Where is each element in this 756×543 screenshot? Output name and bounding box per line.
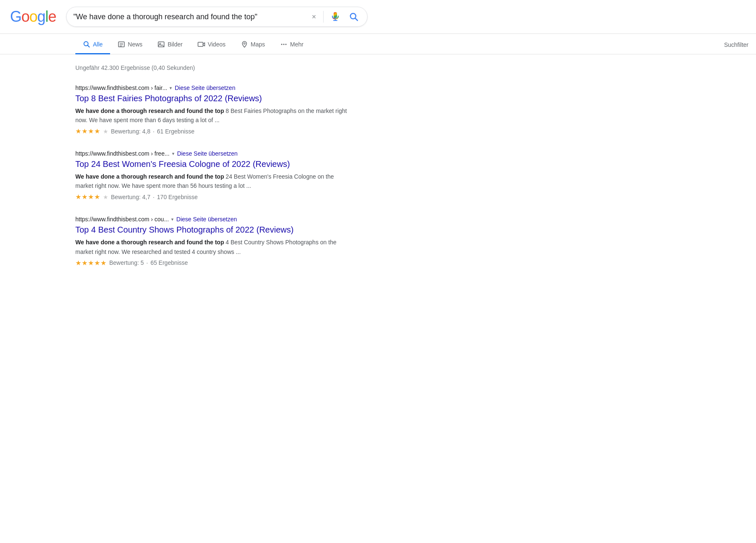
tab-videos[interactable]: Videos [190, 36, 233, 54]
result-stars: ★★★★ [75, 193, 100, 201]
result-dropdown[interactable]: ▾ [172, 151, 175, 156]
svg-point-13 [244, 43, 245, 44]
result-translate-link[interactable]: Diese Seite übersetzen [177, 150, 238, 157]
search-result: https://www.findthisbest.com › free... ▾… [75, 150, 352, 201]
result-rating-dot: · [153, 194, 154, 200]
result-rating-dot: · [153, 128, 154, 135]
results-area: Ungefähr 42.300 Ergebnisse (0,40 Sekunde… [0, 54, 360, 267]
result-title[interactable]: Top 4 Best Country Shows Photographs of … [75, 224, 352, 235]
result-translate-link[interactable]: Diese Seite übersetzen [176, 216, 237, 223]
svg-point-14 [281, 44, 282, 45]
svg-line-5 [88, 46, 90, 47]
result-snippet: We have done a thorough research and fou… [75, 172, 352, 190]
tab-maps[interactable]: Maps [233, 36, 273, 54]
svg-point-11 [159, 43, 161, 44]
result-rating-text: Bewertung: 5 [109, 259, 144, 266]
result-results-count: 65 Ergebnisse [150, 259, 188, 266]
nav-tabs: Alle News Bilder [0, 34, 756, 54]
result-snippet-bold: We have done a thorough research and fou… [75, 239, 224, 246]
result-url: https://www.findthisbest.com › free... [75, 150, 170, 157]
svg-point-16 [285, 44, 286, 45]
news-tab-icon [118, 41, 125, 48]
search-result: https://www.findthisbest.com › cou... ▾ … [75, 216, 352, 266]
tab-maps-label: Maps [251, 41, 265, 48]
clear-button[interactable] [310, 13, 318, 21]
result-translate-link[interactable]: Diese Seite übersetzen [175, 85, 235, 91]
result-url-row: https://www.findthisbest.com › fair... ▾… [75, 85, 352, 91]
maps-tab-icon [241, 41, 248, 48]
result-rating-text: Bewertung: 4,7 [111, 194, 150, 200]
tab-news[interactable]: News [110, 36, 150, 54]
result-results-count: 170 Ergebnisse [157, 194, 198, 200]
tab-news-label: News [128, 41, 142, 48]
result-title[interactable]: Top 8 Best Fairies Photographs of 2022 (… [75, 93, 352, 104]
search-divider [323, 11, 324, 23]
result-url-row: https://www.findthisbest.com › free... ▾… [75, 150, 352, 157]
tab-videos-label: Videos [208, 41, 226, 48]
svg-line-3 [355, 18, 358, 21]
tab-mehr[interactable]: Mehr [273, 36, 311, 54]
tab-bilder[interactable]: Bilder [150, 36, 190, 54]
google-logo[interactable]: Google [10, 8, 56, 26]
result-snippet-bold: We have done a thorough research and fou… [75, 173, 224, 180]
search-input[interactable] [73, 13, 305, 21]
result-rating-text: Bewertung: 4,8 [111, 128, 150, 135]
result-stars: ★★★★★ [75, 259, 107, 267]
result-snippet: We have done a thorough research and fou… [75, 238, 352, 256]
result-url: https://www.findthisbest.com › fair... [75, 85, 167, 91]
tab-alle[interactable]: Alle [75, 36, 110, 54]
tab-alle-label: Alle [93, 41, 103, 48]
microphone-button[interactable] [329, 10, 342, 23]
search-button[interactable] [347, 10, 360, 23]
tab-bilder-label: Bilder [167, 41, 183, 48]
svg-rect-12 [198, 42, 203, 46]
mehr-tab-icon [280, 41, 288, 48]
result-rating-dot: · [147, 259, 148, 266]
result-snippet-bold: We have done a thorough research and fou… [75, 108, 224, 114]
result-stars: ★★★★ [75, 127, 100, 135]
video-tab-icon [198, 41, 205, 48]
search-tab-icon [83, 41, 90, 48]
result-snippet: We have done a thorough research and fou… [75, 106, 352, 125]
result-url: https://www.findthisbest.com › cou... [75, 216, 169, 223]
search-icons [310, 10, 360, 23]
result-rating: ★★★★★ Bewertung: 4,8 · 61 Ergebnisse [75, 127, 352, 135]
search-bar [66, 7, 368, 27]
tab-mehr-label: Mehr [290, 41, 303, 48]
result-dropdown[interactable]: ▾ [170, 85, 172, 91]
result-dropdown[interactable]: ▾ [171, 217, 174, 222]
image-tab-icon [157, 41, 165, 48]
header: Google [0, 0, 756, 34]
result-rating: ★★★★★ Bewertung: 4,7 · 170 Ergebnisse [75, 193, 352, 201]
result-url-row: https://www.findthisbest.com › cou... ▾ … [75, 216, 352, 223]
result-rating: ★★★★★ Bewertung: 5 · 65 Ergebnisse [75, 259, 352, 267]
svg-point-15 [283, 44, 284, 45]
suchfilter-button[interactable]: Suchfilter [717, 36, 756, 53]
results-count: Ungefähr 42.300 Ergebnisse (0,40 Sekunde… [75, 61, 360, 74]
search-result: https://www.findthisbest.com › fair... ▾… [75, 85, 352, 135]
result-title[interactable]: Top 24 Best Women's Freesia Cologne of 2… [75, 159, 352, 169]
result-results-count: 61 Ergebnisse [157, 128, 195, 135]
